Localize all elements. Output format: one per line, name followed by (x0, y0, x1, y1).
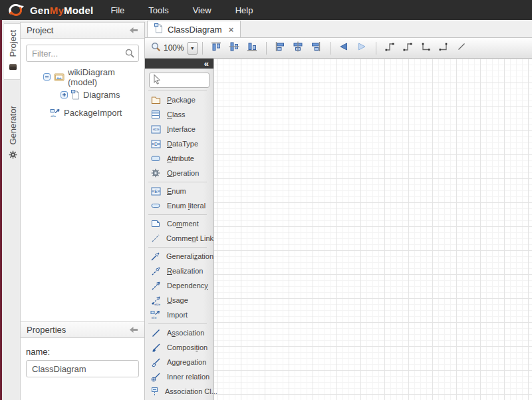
sidebar-tab-generator[interactable]: Generator (4, 100, 22, 168)
palette-divider (148, 247, 207, 248)
tree-node-wikidiagram-model[interactable]: wikiDiagram (model) (26, 68, 139, 86)
align-middle-button[interactable] (226, 40, 243, 56)
document-tabstrip: ClassDiagram × (145, 20, 532, 38)
align-left-icon (274, 41, 286, 55)
usage-icon: «u» (150, 296, 161, 305)
palette-item-realization[interactable]: Realization (145, 264, 213, 278)
close-icon[interactable]: × (229, 25, 234, 35)
properties-panel: Properties name: (21, 321, 144, 377)
left-panel-column: Project wikiDiagram (model)Diagrams«i»Pa… (20, 22, 145, 400)
zoom-dropdown-button[interactable]: ▼ (188, 42, 198, 55)
align-bottom-icon (246, 41, 258, 55)
svg-text:«i»: «i» (51, 114, 57, 118)
palette-item-comment-link[interactable]: Comment Link (145, 231, 213, 246)
flip-left-button[interactable] (336, 40, 352, 56)
palette-item-enum[interactable]: «E»Enum (145, 184, 213, 198)
selection-tool[interactable] (149, 73, 209, 88)
palette-item-package[interactable]: Package (145, 93, 213, 107)
palette-item-generalization[interactable]: Generalization (145, 249, 213, 264)
diagram-file-icon (154, 23, 163, 35)
name-field[interactable] (26, 360, 139, 377)
brand-name: GenMyModel (30, 5, 93, 16)
palette-collapse-button[interactable]: « (204, 60, 209, 68)
tree-node-diagrams[interactable]: Diagrams (26, 86, 139, 104)
tree-node-packageimport[interactable]: «i»PackageImport (26, 104, 139, 122)
svg-text:«E»: «E» (152, 189, 160, 194)
palette-item-comment[interactable]: Comment (145, 216, 213, 231)
flip-left-icon (338, 41, 349, 55)
properties-panel-title: Properties (27, 325, 129, 335)
connector-step-up-button[interactable] (382, 40, 398, 56)
connector-corner-left-button[interactable] (418, 40, 434, 56)
align-top-button[interactable] (208, 40, 225, 56)
palette-item-dependency[interactable]: Dependency (145, 278, 213, 293)
toolbar-buttons (198, 40, 471, 56)
palette-item-usage[interactable]: «u»Usage (145, 293, 213, 307)
project-panel: Project wikiDiagram (model)Diagrams«i»Pa… (21, 22, 144, 122)
align-center-button[interactable] (290, 40, 307, 56)
palette-item-aggregation[interactable]: Aggregation (145, 355, 213, 369)
connector-diagonal-button[interactable] (454, 40, 470, 56)
svg-text:«u»: «u» (154, 301, 160, 305)
flip-right-button[interactable] (354, 40, 370, 56)
filter-input[interactable] (26, 45, 139, 62)
palette-item-label: Aggregation (167, 358, 206, 366)
tab-classdiagram-label: ClassDiagram (168, 25, 222, 35)
package-icon (150, 96, 161, 104)
toolbar-separator (330, 42, 331, 55)
palette-item-interface[interactable]: «I»Interface (145, 122, 213, 136)
palette-item-association-cl[interactable]: Association Cl... (145, 384, 213, 399)
palette-item-class[interactable]: Class (145, 107, 213, 122)
align-right-icon (310, 41, 322, 55)
diagram-toolbar: 100% ▼ (145, 38, 532, 59)
composition-icon (150, 343, 161, 353)
connector-step-down-button[interactable] (400, 40, 416, 56)
realization-icon (150, 266, 161, 276)
tab-classdiagram[interactable]: ClassDiagram × (147, 21, 241, 37)
align-right-button[interactable] (308, 40, 325, 56)
palette-item-label: Association (167, 329, 204, 337)
connector-step-up-icon (384, 41, 395, 55)
align-bottom-button[interactable] (244, 40, 261, 56)
project-panel-title: Project (27, 25, 129, 35)
collapse-left-arrow-icon[interactable] (129, 27, 138, 34)
palette-item-label: Package (167, 96, 196, 104)
palette-item-attribute[interactable]: Attribute (145, 151, 213, 166)
enum-literal-icon (150, 203, 161, 208)
menu-help[interactable]: Help (227, 2, 261, 19)
svg-text:«D»: «D» (152, 142, 160, 146)
sidebar-tab-project[interactable]: Project (4, 23, 22, 80)
palette-item-operation[interactable]: Operation (145, 166, 213, 180)
enum-icon: «E» (150, 187, 161, 196)
attribute-icon (150, 155, 161, 162)
connector-diagonal-icon (456, 41, 467, 55)
menu-tools[interactable]: Tools (140, 2, 176, 19)
menu-file[interactable]: File (102, 2, 132, 19)
toggle-minus-icon[interactable] (43, 73, 51, 81)
palette-item-label: Realization (167, 267, 203, 275)
menu-view[interactable]: View (185, 2, 219, 19)
sidebar-tab-generator-label: Generator (8, 106, 18, 145)
palette-item-composition[interactable]: Composition (145, 340, 213, 355)
svg-text:«I»: «I» (152, 127, 159, 132)
palette-item-association[interactable]: Association (145, 325, 213, 340)
palette-item-enum-literal[interactable]: Enum literal (145, 198, 213, 213)
palette-item-datatype[interactable]: «D»DataType (145, 136, 213, 151)
sidebar-tab-project-label: Project (8, 30, 18, 57)
align-middle-icon (228, 41, 240, 55)
left-sidebar-strip: Project Generator (0, 20, 20, 400)
interface-icon: «I» (150, 125, 161, 134)
name-field-label: name: (26, 347, 139, 357)
project-tree: wikiDiagram (model)Diagrams«i»PackageImp… (26, 68, 139, 122)
connector-corner-right-button[interactable] (436, 40, 452, 56)
palette-item-inner-relation[interactable]: Inner relation (145, 369, 213, 384)
magnifier-icon (151, 42, 161, 55)
package-import-icon: «i» (50, 108, 61, 118)
align-center-icon (292, 41, 304, 55)
toggle-plus-icon[interactable] (61, 91, 68, 99)
comment-link-icon (150, 234, 160, 243)
svg-text:«i»: «i» (152, 315, 158, 319)
collapse-left-arrow-icon[interactable] (129, 326, 138, 333)
palette-item-import[interactable]: «i»Import (145, 307, 213, 322)
align-left-button[interactable] (272, 40, 289, 56)
